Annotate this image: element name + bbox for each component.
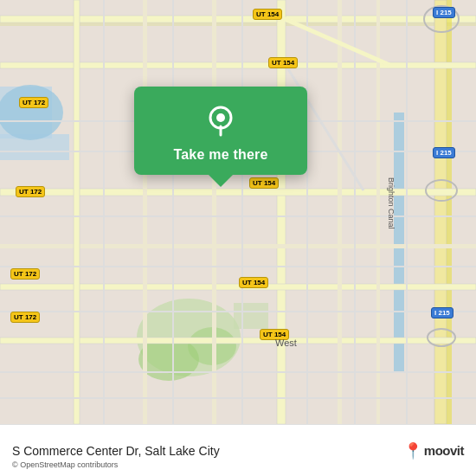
- svg-rect-10: [0, 23, 476, 26]
- popup-card[interactable]: Take me there: [134, 87, 307, 175]
- moovit-logo: 📍 moovit: [403, 441, 464, 460]
- svg-rect-20: [143, 0, 147, 424]
- road-badge-i215-3: I 215: [431, 307, 453, 318]
- road-badge-ut172-4: UT 172: [10, 312, 40, 323]
- svg-rect-23: [376, 0, 380, 424]
- svg-point-43: [216, 113, 225, 122]
- osm-credit: © OpenStreetMap contributors: [12, 460, 118, 469]
- map-area: UT 172 UT 172 UT 172 UT 172 UT 154 UT 15…: [0, 0, 476, 424]
- bottom-bar: S Commerce Center Dr, Salt Lake City 📍 m…: [0, 424, 476, 476]
- road-badge-ut154-1: UT 154: [253, 9, 282, 20]
- svg-rect-16: [0, 244, 476, 248]
- city-label-west: West: [275, 338, 297, 348]
- address-text: S Commerce Center Dr, Salt Lake City: [12, 444, 403, 458]
- location-pin-icon: [203, 102, 239, 138]
- svg-rect-15: [0, 189, 476, 196]
- road-badge-ut154-4: UT 154: [239, 277, 268, 288]
- popup-label: Take me there: [173, 147, 267, 163]
- svg-rect-19: [74, 0, 80, 424]
- svg-rect-9: [0, 16, 476, 23]
- road-badge-ut154-3: UT 154: [249, 177, 279, 189]
- road-badge-ut172-2: UT 172: [16, 186, 45, 197]
- svg-rect-14: [0, 62, 476, 68]
- road-badge-i215-1: I 215: [433, 7, 455, 18]
- svg-rect-17: [0, 284, 476, 290]
- svg-rect-22: [338, 0, 342, 424]
- svg-rect-18: [0, 338, 476, 344]
- moovit-logo-text: moovit: [424, 443, 464, 458]
- svg-rect-8: [234, 303, 268, 329]
- svg-rect-21: [212, 0, 216, 424]
- svg-point-3: [0, 85, 63, 140]
- canal-label: Brighton Canal: [387, 177, 396, 229]
- road-badge-ut172-1: UT 172: [19, 97, 48, 108]
- map-svg: [0, 0, 476, 424]
- moovit-pin-icon: 📍: [403, 441, 422, 460]
- road-badge-i215-2: I 215: [433, 147, 455, 158]
- road-badge-ut172-3: UT 172: [10, 268, 40, 280]
- road-badge-ut154-2: UT 154: [268, 57, 298, 68]
